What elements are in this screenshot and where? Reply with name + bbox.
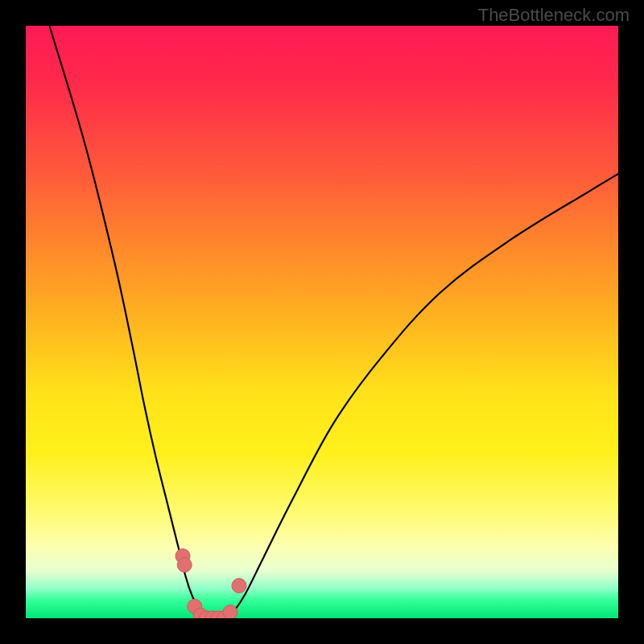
watermark-text: TheBottleneck.com (478, 5, 630, 26)
marker-group (175, 549, 246, 618)
marker-dot (177, 558, 192, 572)
marker-layer (26, 26, 618, 618)
chart-frame: TheBottleneck.com (0, 0, 644, 644)
marker-dot (223, 605, 237, 618)
plot-area (26, 26, 618, 618)
marker-dot (232, 579, 246, 593)
